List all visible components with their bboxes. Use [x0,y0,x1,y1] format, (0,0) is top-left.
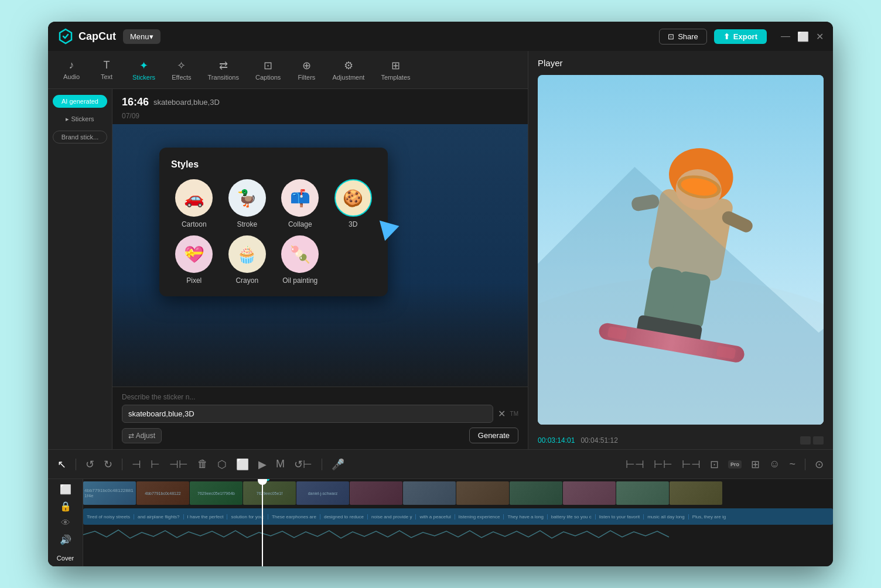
tl-split-left-tool[interactable]: ⊣ [132,458,141,471]
tl-video-icon[interactable]: ⬜ [60,484,71,495]
tl-delete-tool[interactable]: 🗑 [197,458,208,470]
tl-sep-4 [805,459,805,470]
video-thumb-4[interactable]: 7629eec05e1f [243,481,296,505]
tl-merge-tool[interactable]: ⊢⊢ [654,458,672,471]
filters-label: Filters [298,74,315,81]
export-button[interactable]: ⬆ Export [714,29,767,44]
thumb-box-1 [800,436,811,445]
app-window: CapCut Menu▾ ⊡ Share ⬆ Export — ⬜ ✕ ♪ Au… [48,22,833,566]
tl-sticker-tool[interactable]: ☺ [769,458,780,470]
tl-sep-2 [122,459,122,470]
tool-audio[interactable]: ♪ Audio [55,56,88,84]
video-thumb-12[interactable] [670,481,722,505]
style-stroke[interactable]: 🦆 Stroke [224,179,271,228]
right-panel: Player [528,51,833,449]
generate-button[interactable]: Generate [469,428,518,443]
time-current: 00:03:14:01 [538,436,575,445]
tl-eye-icon[interactable]: 👁 [61,518,70,528]
close-button[interactable]: ✕ [816,31,824,42]
tl-undo-tool[interactable]: ↺ [86,458,94,471]
templates-icon: ⊞ [391,59,400,72]
tool-filters[interactable]: ⊕ Filters [290,56,323,84]
maximize-button[interactable]: ⬜ [797,31,809,42]
tl-copy-tool[interactable]: ⊞ [751,458,760,471]
transitions-icon: ⇄ [219,59,228,72]
tl-play-tool[interactable]: ▶ [258,458,267,471]
tl-lock-tool[interactable]: ⊢⊣ [682,458,701,471]
tool-captions[interactable]: ⊡ Captions [248,56,288,84]
tool-stickers[interactable]: ✦ Stickers [125,56,162,84]
tl-zoom-tool[interactable]: ⊙ [815,458,824,471]
tl-redo-tool[interactable]: ↻ [104,458,112,471]
video-thumb-1[interactable]: 4bb7791bc0c481228811f4e [83,481,136,505]
stickers-button[interactable]: ▸ Stickers [53,112,107,126]
video-thumb-5[interactable]: daniel-j-schwarz [296,481,349,505]
stroke-label: Stroke [237,220,257,228]
minimize-button[interactable]: — [781,31,790,42]
input-actions: ⇄ Adjust Generate [122,428,518,443]
share-icon: ⊡ [668,32,674,41]
tl-split-right-tool[interactable]: ⊢ [151,458,160,471]
video-thumb-11[interactable] [616,481,669,505]
effects-label: Effects [172,74,191,81]
sticker-search-input[interactable] [122,405,493,423]
video-thumb-9[interactable] [510,481,562,505]
playhead[interactable] [262,479,263,566]
3d-icon-wrap: 🍪 [334,179,372,217]
ai-generated-button[interactable]: AI generated [53,95,107,108]
style-pixel[interactable]: 💝 Pixel [171,235,217,285]
tl-split-tool[interactable]: ⊣⊢ [169,458,188,471]
share-button[interactable]: ⊡ Share [659,29,707,45]
cartoon-icon-wrap: 🚗 [175,179,213,217]
crayon-label: Crayon [235,276,258,285]
tl-link-tool[interactable]: ⊢⊣ [626,458,644,471]
styles-grid-bottom: 💝 Pixel 🧁 Crayon 🍡 Oil painting [171,235,376,285]
svg-rect-25 [83,528,833,541]
styles-popup: Styles 🚗 Cartoon 🦆 Stroke 📫 [159,148,388,296]
bg-gradient [112,282,528,399]
captions-label: Captions [255,74,281,81]
video-thumb-3[interactable]: 7629eec05e1f7964b [190,481,243,505]
tl-lock-icon[interactable]: 🔒 [60,501,71,512]
style-crayon[interactable]: 🧁 Crayon [224,235,271,285]
video-thumb-6[interactable] [350,481,402,505]
window-controls: — ⬜ ✕ [781,31,824,42]
video-thumb-7[interactable] [403,481,456,505]
pro-badge: Pro [728,460,742,469]
style-oil-painting[interactable]: 🍡 Oil painting [277,235,323,285]
tool-templates[interactable]: ⊞ Templates [374,56,417,84]
tl-mirror-tool[interactable]: M [276,458,285,470]
tl-reverse-tool[interactable]: ↺⊢ [294,458,312,471]
tl-audio-icon[interactable]: 🔊 [60,534,71,545]
tool-transitions[interactable]: ⇄ Transitions [201,56,246,84]
tl-fit-tool[interactable]: ⬜ [236,458,249,471]
menu-button[interactable]: Menu▾ [123,29,161,44]
subtitle-track: Tired of noisy streets and airplane flig… [83,508,833,525]
timeline-side-controls: ⬜ 🔒 👁 🔊 Cover [48,479,83,566]
waveform-track: // Generate waveform pattern [83,528,833,541]
tool-effects[interactable]: ✧ Effects [165,56,198,84]
timeline-content: ⬜ 🔒 👁 🔊 Cover 4bb7791bc0c481228811f4e [48,479,833,566]
clear-button[interactable]: ✕ [498,408,506,419]
effects-icon: ✧ [177,59,186,72]
upload-icon: ⬆ [723,32,730,41]
tl-crop-tool[interactable]: ⬡ [217,458,227,471]
tool-text[interactable]: T Text [90,56,123,84]
tl-select-tool[interactable]: ↖ [57,458,66,471]
brand-stickers-button[interactable]: Brand stick... [53,131,107,143]
video-thumb-8[interactable] [456,481,509,505]
tl-transform-tool[interactable]: ⊡ [710,458,719,471]
video-thumb-10[interactable] [563,481,616,505]
tl-settings-tool[interactable]: ~ [789,458,795,470]
style-cartoon[interactable]: 🚗 Cartoon [171,179,217,228]
adjust-button[interactable]: ⇄ Adjust [122,428,162,443]
style-collage[interactable]: 📫 Collage [277,179,323,228]
timeline-toolbar: ↖ ↺ ↻ ⊣ ⊢ ⊣⊢ 🗑 ⬡ ⬜ ▶ M ↺⊢ 🎤 ⊢⊣ ⊢⊢ ⊢⊣ ⊡ P… [48,450,833,479]
tl-voice-tool[interactable]: 🎤 [332,458,344,471]
tool-adjustment[interactable]: ⚙ Adjustment [325,56,371,84]
stickers-panel: AI generated ▸ Stickers Brand stick... 1… [48,89,528,449]
text-icon: T [104,59,110,71]
watermark: TM [510,411,518,417]
video-thumb-2[interactable]: 4bb7791bc0c48122 [136,481,189,505]
style-3d[interactable]: 🍪 3D [330,179,377,228]
